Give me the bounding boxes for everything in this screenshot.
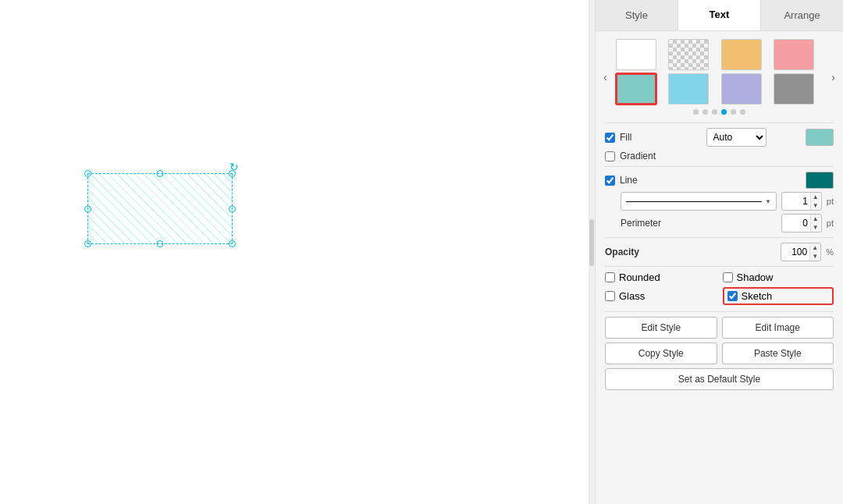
perimeter-unit: pt [827,218,834,228]
shape-container[interactable]: ↻ [78,164,242,254]
line-style-preview [626,201,762,202]
line-checkbox[interactable] [605,176,615,186]
opacity-input-container: ▲ ▼ [781,243,821,261]
tab-style[interactable]: Style [596,0,678,30]
sketch-item: Sketch [723,287,834,305]
opacity-input[interactable] [781,247,809,257]
line-weight-spinners: ▲ ▼ [810,193,820,210]
opacity-label: Opacity [605,247,639,257]
perimeter-up[interactable]: ▲ [811,215,820,223]
swatch-dot-5[interactable] [740,109,745,115]
swatch-6[interactable] [721,73,762,105]
divider-2 [605,166,834,167]
shadow-item: Shadow [723,272,834,283]
swatches-nav-right[interactable]: › [830,69,837,85]
scrollbar-thumb[interactable] [589,219,594,266]
line-dropdown-arrow: ▼ [765,198,771,205]
line-row: Line [605,172,834,189]
perimeter-spinners: ▲ ▼ [810,215,820,232]
swatch-dot-1[interactable] [702,109,708,115]
btn-row-1: Edit Style Edit Image [605,317,834,339]
tab-arrange[interactable]: Arrange [761,0,843,30]
line-weight-down[interactable]: ▼ [811,201,820,210]
fill-label: Fill [620,132,667,143]
sketch-checkbox[interactable] [727,291,738,301]
shadow-label: Shadow [737,272,774,283]
panel-tabs: Style Text Arrange [596,0,843,31]
swatch-5[interactable] [668,73,709,105]
canvas-area: ↻ [0,0,595,504]
paste-style-button[interactable]: Paste Style [722,343,834,364]
swatch-3[interactable] [774,39,814,70]
gradient-row: Gradient [605,151,834,161]
opacity-down[interactable]: ▼ [810,252,820,261]
line-color-preview[interactable] [806,172,834,189]
sketch-label: Sketch [742,290,773,302]
btn-row-2: Copy Style Paste Style [605,343,834,364]
fill-dropdown[interactable]: Auto Color Gradient None [706,128,767,147]
opacity-spinners: ▲ ▼ [809,243,820,261]
divider-5 [605,311,834,312]
divider-4 [605,266,834,267]
swatch-7[interactable] [774,73,814,105]
fill-color-preview[interactable] [806,129,834,146]
sketch-rectangle[interactable] [87,173,233,244]
divider-1 [605,122,834,123]
perimeter-row: Perimeter ▲ ▼ pt [605,214,834,232]
line-weight-unit: pt [827,197,834,206]
swatches-section: ‹ › [605,39,834,115]
line-style-row: ▼ ▲ ▼ pt [605,192,834,211]
set-default-button[interactable]: Set as Default Style [605,368,834,390]
line-weight-up[interactable]: ▲ [811,193,820,201]
swatches-nav-left[interactable]: ‹ [602,69,609,85]
line-style-selector[interactable]: ▼ [621,192,777,211]
rounded-label: Rounded [619,272,660,283]
swatch-dot-3[interactable] [721,109,727,115]
edit-style-button[interactable]: Edit Style [605,317,717,339]
fill-row: Fill Auto Color Gradient None [605,128,834,147]
line-weight-input[interactable] [782,196,810,207]
swatch-0[interactable] [616,39,656,70]
rounded-item: Rounded [605,272,717,283]
line-weight-input-container: ▲ ▼ [781,192,822,211]
swatch-1[interactable] [668,39,709,70]
opacity-row: Opacity ▲ ▼ % [605,243,834,261]
swatch-dots [605,109,834,115]
glass-label: Glass [619,290,645,302]
gradient-label: Gradient [620,151,667,161]
rounded-checkbox[interactable] [605,272,615,282]
line-label: Line [620,175,667,186]
opacity-unit: % [826,247,834,257]
divider-3 [605,237,834,238]
swatch-dot-2[interactable] [712,109,717,115]
perimeter-input[interactable] [782,218,810,229]
opacity-up[interactable]: ▲ [810,243,820,252]
gradient-checkbox[interactable] [605,151,615,161]
tab-text[interactable]: Text [678,0,761,30]
swatches-grid [616,39,823,105]
shadow-checkbox[interactable] [723,272,733,282]
swatch-4[interactable] [616,73,656,105]
fill-checkbox[interactable] [605,133,615,143]
checkboxes-section: Rounded Shadow Glass Sketch [605,272,834,305]
copy-style-button[interactable]: Copy Style [605,343,717,364]
swatch-dot-0[interactable] [693,109,699,115]
panel-content: ‹ › [596,31,843,504]
swatch-dot-4[interactable] [731,109,736,115]
edit-image-button[interactable]: Edit Image [722,317,834,339]
shape-inner: ↻ [78,164,242,254]
swatch-2[interactable] [721,39,762,70]
glass-checkbox[interactable] [605,291,615,301]
perimeter-input-container: ▲ ▼ [781,214,822,232]
glass-item: Glass [605,287,717,305]
perimeter-label: Perimeter [621,218,671,229]
right-panel: Style Text Arrange ‹ › [595,0,843,504]
perimeter-down[interactable]: ▼ [811,223,820,232]
canvas-scrollbar[interactable] [589,0,595,504]
